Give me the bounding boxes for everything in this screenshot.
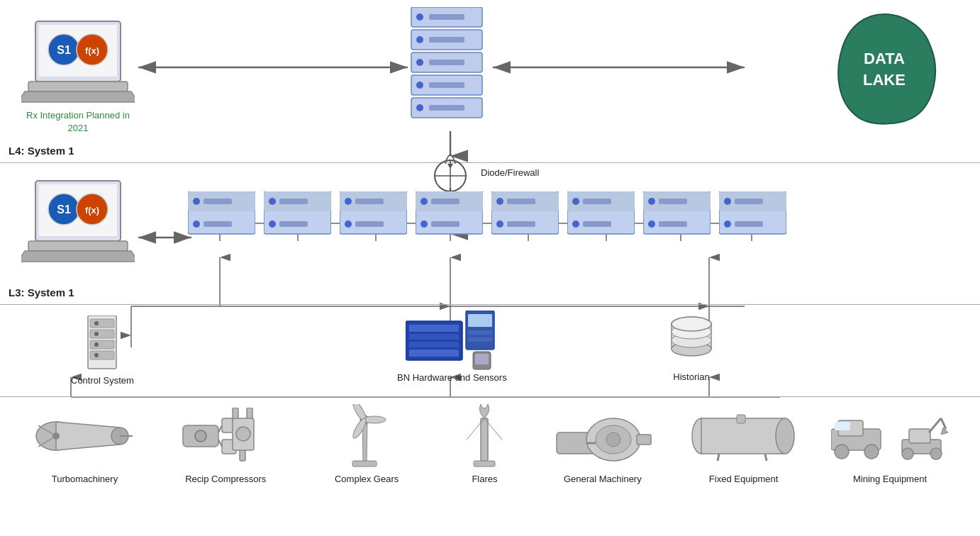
svg-rect-68: [28, 241, 128, 251]
equipment-flares: Flares: [449, 404, 520, 484]
equipment-general-machinery: General Machinery: [544, 404, 661, 484]
equipment-turbomachinery: Turbomachinery: [26, 404, 143, 484]
mining-equipment-label: Mining Equipment: [853, 474, 927, 484]
svg-rect-49: [429, 60, 464, 65]
svg-point-51: [416, 82, 423, 89]
svg-point-96: [496, 198, 503, 205]
svg-line-191: [941, 418, 946, 429]
svg-point-126: [94, 353, 99, 357]
svg-text:DATA: DATA: [864, 50, 905, 67]
svg-rect-176: [637, 435, 651, 445]
svg-rect-87: [355, 221, 384, 227]
svg-rect-99: [507, 221, 535, 227]
bn-hardware-label: BN Hardware and Sensors: [397, 372, 507, 384]
recip-compressors-icon: [176, 404, 275, 468]
svg-rect-134: [468, 330, 492, 335]
svg-line-190: [929, 418, 941, 432]
svg-rect-167: [481, 418, 488, 461]
svg-point-110: [648, 220, 655, 228]
l4-datalake: DATA LAKE: [831, 11, 937, 134]
svg-point-86: [345, 220, 352, 228]
svg-point-114: [724, 198, 731, 205]
svg-point-164: [363, 416, 386, 423]
svg-text:LAKE: LAKE: [863, 71, 906, 89]
general-machinery-icon: [553, 404, 652, 468]
svg-rect-97: [507, 199, 535, 204]
svg-point-149: [52, 432, 60, 440]
svg-point-90: [421, 198, 428, 205]
svg-rect-128: [409, 325, 459, 332]
svg-marker-40: [21, 91, 135, 102]
svg-point-54: [416, 104, 423, 111]
svg-point-98: [496, 220, 503, 228]
svg-rect-75: [204, 221, 232, 227]
l4-server: [404, 7, 489, 134]
svg-point-48: [416, 59, 423, 66]
svg-rect-93: [431, 221, 460, 227]
svg-point-192: [902, 448, 913, 459]
svg-rect-55: [429, 105, 464, 111]
svg-rect-79: [279, 199, 308, 204]
fixed-equipment-label: Fixed Equipment: [709, 474, 779, 484]
svg-rect-129: [409, 334, 459, 340]
svg-rect-122: [90, 351, 114, 359]
layer-l3: S1 f(x) L3: System 1: [0, 163, 980, 305]
svg-point-74: [193, 220, 200, 228]
control-system: Control System: [71, 316, 134, 386]
svg-rect-52: [429, 82, 464, 88]
l4-laptop: S1 f(x) Rx Integration Planned in 2021: [21, 14, 135, 135]
svg-point-80: [269, 220, 276, 228]
svg-rect-135: [468, 337, 492, 342]
turbomachinery-icon: [35, 404, 134, 468]
recip-compressors-label: Recip Compressors: [185, 474, 266, 484]
svg-point-116: [724, 220, 731, 228]
svg-point-42: [416, 13, 423, 21]
svg-rect-189: [909, 429, 930, 443]
svg-rect-85: [355, 199, 384, 204]
diagram-container: S1 f(x) Rx Integration Planned in 2021: [0, 0, 980, 536]
svg-rect-168: [474, 461, 495, 467]
svg-point-185: [835, 445, 849, 459]
layer-l2: Control System BN Hardware and Sensors: [0, 305, 980, 397]
historian: Historian: [667, 316, 716, 382]
svg-text:S1: S1: [57, 203, 71, 216]
svg-point-104: [572, 220, 579, 228]
svg-point-78: [269, 198, 276, 205]
svg-rect-131: [409, 350, 459, 357]
general-machinery-label: General Machinery: [564, 474, 642, 484]
svg-point-72: [193, 198, 200, 205]
svg-point-124: [94, 332, 99, 336]
svg-point-155: [195, 430, 206, 442]
flares-label: Flares: [472, 474, 497, 484]
complex-gears-label: Complex Gears: [335, 474, 399, 484]
svg-point-143: [672, 317, 711, 331]
svg-rect-109: [659, 199, 687, 204]
svg-rect-103: [583, 199, 611, 204]
svg-marker-69: [21, 251, 135, 262]
svg-point-174: [606, 432, 620, 447]
svg-rect-115: [735, 199, 763, 204]
svg-point-108: [648, 198, 655, 205]
svg-rect-133: [468, 314, 492, 327]
l3-rack-row: [188, 191, 786, 238]
historian-label: Historian: [673, 372, 709, 382]
flares-icon: [463, 404, 506, 468]
svg-point-193: [930, 448, 942, 459]
complex-gears-icon: [328, 404, 406, 468]
svg-rect-73: [204, 199, 232, 204]
equipment-row: Turbomachinery: [0, 397, 980, 536]
equipment-mining: Mining Equipment: [826, 404, 954, 484]
svg-rect-130: [409, 342, 459, 347]
svg-text:f(x): f(x): [85, 45, 99, 56]
svg-point-84: [345, 198, 352, 205]
l3-label: L3: System 1: [9, 286, 74, 298]
equipment-recip-compressors: Recip Compressors: [167, 404, 284, 484]
svg-text:S1: S1: [57, 44, 71, 56]
l3-laptop: S1 f(x): [21, 174, 135, 269]
svg-rect-182: [737, 415, 745, 423]
svg-point-92: [421, 220, 428, 228]
svg-rect-111: [659, 221, 687, 227]
svg-rect-117: [735, 221, 763, 227]
svg-rect-187: [835, 422, 850, 430]
svg-point-125: [94, 342, 99, 347]
